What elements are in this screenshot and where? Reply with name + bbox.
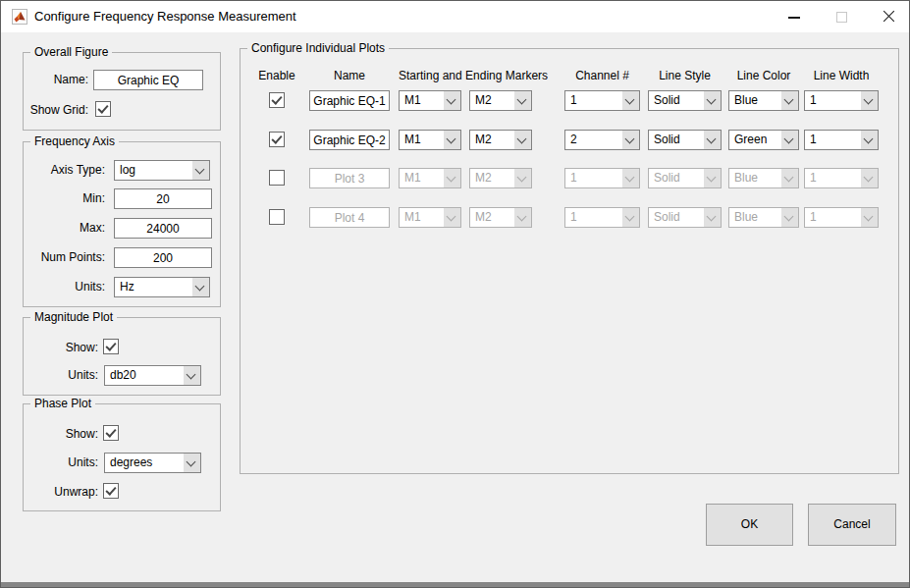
chevron-down-icon	[184, 366, 200, 385]
chevron-down-icon	[444, 131, 460, 149]
chevron-down-icon	[444, 208, 460, 227]
freq-units-dropdown[interactable]: Hz	[114, 277, 210, 297]
channel-dropdown[interactable]: 2	[564, 130, 640, 150]
chevron-down-icon	[781, 91, 798, 110]
minimize-icon	[788, 17, 800, 19]
num-points-input[interactable]	[114, 247, 212, 268]
start-marker-dropdown[interactable]: M1	[399, 130, 461, 150]
maximize-icon	[836, 12, 847, 23]
chevron-down-icon	[781, 208, 798, 227]
chevron-down-icon	[514, 91, 531, 110]
unwrap-checkbox[interactable]	[103, 483, 119, 499]
plot-row-3: M1 M2 1 Solid Blue 1	[241, 168, 898, 188]
individual-plots-group: Configure Individual Plots Enable Name S…	[240, 48, 899, 474]
freq-max-input[interactable]	[114, 218, 212, 239]
plot-name-input[interactable]	[309, 90, 390, 111]
header-line-color: Line Color	[728, 69, 799, 82]
chevron-down-icon	[781, 169, 798, 187]
phase-show-checkbox[interactable]	[103, 425, 119, 441]
frequency-axis-group: Frequency Axis Axis Type: log Min: Max: …	[23, 141, 221, 307]
magnitude-plot-legend: Magnitude Plot	[30, 310, 117, 324]
matlab-logo-icon	[12, 9, 27, 25]
figure-name-input[interactable]	[93, 70, 203, 90]
chevron-down-icon	[444, 169, 460, 187]
chevron-down-icon	[704, 131, 721, 149]
end-marker-dropdown[interactable]: M2	[469, 90, 532, 111]
window-bottom-edge	[1, 582, 909, 587]
header-name: Name	[309, 69, 390, 82]
chevron-down-icon	[861, 208, 878, 227]
line-color-dropdown: Blue	[728, 207, 799, 228]
line-width-dropdown[interactable]: 1	[804, 90, 879, 111]
plot-name-input[interactable]	[309, 130, 390, 150]
show-grid-label: Show Grid:	[30, 100, 88, 121]
chevron-down-icon	[781, 131, 798, 149]
freq-min-input[interactable]	[114, 188, 212, 209]
chevron-down-icon	[704, 208, 721, 227]
start-marker-dropdown[interactable]: M1	[399, 90, 461, 111]
chevron-down-icon	[861, 169, 878, 187]
phase-units-dropdown[interactable]: degrees	[104, 453, 201, 473]
chevron-down-icon	[704, 91, 721, 110]
individual-plots-legend: Configure Individual Plots	[247, 41, 389, 55]
titlebar[interactable]: Configure Frequency Response Measurement	[1, 1, 909, 32]
end-marker-dropdown: M2	[469, 207, 532, 228]
unwrap-label: Unwrap:	[54, 482, 98, 503]
chevron-down-icon	[622, 208, 639, 227]
chevron-down-icon	[622, 169, 639, 187]
plot-enable-checkbox[interactable]	[269, 209, 285, 225]
chevron-down-icon	[861, 91, 878, 110]
chevron-down-icon	[514, 169, 531, 187]
end-marker-dropdown[interactable]: M2	[469, 130, 532, 150]
figure-name-label: Name:	[54, 70, 88, 90]
header-enable: Enable	[249, 69, 304, 82]
magnitude-show-checkbox[interactable]	[103, 339, 119, 354]
show-grid-checkbox[interactable]	[95, 101, 111, 117]
line-color-dropdown[interactable]: Green	[728, 130, 799, 150]
frequency-axis-legend: Frequency Axis	[30, 134, 119, 148]
phase-units-label: Units:	[68, 453, 98, 473]
start-marker-dropdown: M1	[399, 168, 461, 188]
chevron-down-icon	[514, 208, 531, 227]
window-title: Configure Frequency Response Measurement	[34, 1, 296, 32]
freq-units-label: Units:	[75, 277, 105, 297]
phase-show-label: Show:	[66, 424, 98, 445]
header-channel: Channel #	[564, 69, 640, 82]
chevron-down-icon	[514, 131, 531, 149]
line-width-dropdown: 1	[804, 168, 879, 188]
plot-row-1: M1 M2 1 Solid Blue 1	[241, 90, 898, 111]
chevron-down-icon	[704, 169, 721, 187]
plot-name-input	[309, 207, 390, 228]
line-width-dropdown: 1	[804, 207, 879, 228]
phase-plot-legend: Phase Plot	[30, 397, 95, 410]
line-style-dropdown[interactable]: Solid	[648, 130, 722, 150]
chevron-down-icon	[622, 91, 639, 110]
minimize-button[interactable]	[772, 1, 817, 32]
phase-plot-group: Phase Plot Show: Units: degrees Unwrap:	[23, 403, 221, 511]
chevron-down-icon	[192, 161, 209, 180]
axis-type-dropdown[interactable]: log	[114, 160, 210, 181]
line-style-dropdown[interactable]: Solid	[648, 90, 722, 111]
freq-max-label: Max:	[80, 218, 105, 239]
channel-dropdown[interactable]: 1	[564, 90, 640, 111]
line-width-dropdown[interactable]: 1	[804, 130, 879, 150]
close-button[interactable]	[866, 1, 910, 32]
line-color-dropdown: Blue	[728, 168, 799, 188]
dialog-window: Configure Frequency Response Measurement…	[0, 0, 910, 588]
num-points-label: Num Points:	[41, 247, 105, 268]
ok-button[interactable]: OK	[706, 504, 793, 546]
overall-figure-group: Overall Figure Name: Show Grid:	[23, 52, 221, 131]
plot-enable-checkbox[interactable]	[269, 132, 285, 147]
start-marker-dropdown: M1	[399, 207, 461, 228]
freq-min-label: Min:	[82, 188, 105, 209]
chevron-down-icon	[192, 278, 209, 296]
end-marker-dropdown: M2	[469, 168, 532, 188]
plot-enable-checkbox[interactable]	[269, 92, 285, 108]
plot-enable-checkbox[interactable]	[269, 170, 285, 186]
header-line-style: Line Style	[648, 69, 722, 82]
magnitude-units-dropdown[interactable]: db20	[104, 365, 201, 386]
line-color-dropdown[interactable]: Blue	[728, 90, 799, 111]
chevron-down-icon	[444, 91, 460, 110]
cancel-button[interactable]: Cancel	[808, 504, 896, 546]
overall-figure-legend: Overall Figure	[30, 45, 112, 59]
